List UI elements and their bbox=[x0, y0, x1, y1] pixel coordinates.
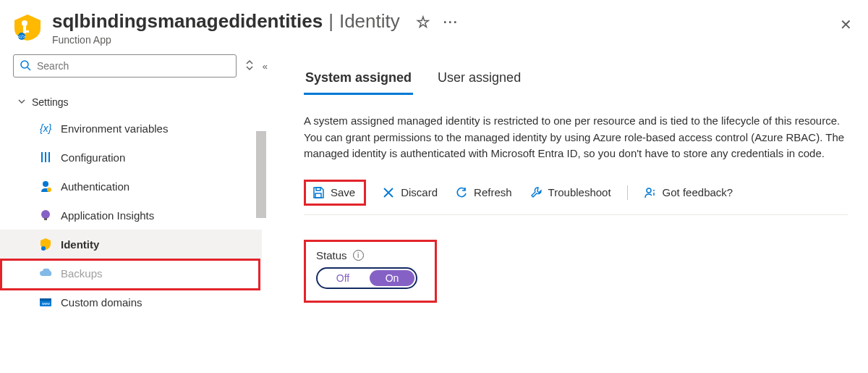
info-icon[interactable]: i bbox=[353, 250, 364, 261]
search-box[interactable] bbox=[13, 54, 237, 77]
toolbar-separator bbox=[627, 185, 628, 200]
variables-icon: {x} bbox=[39, 122, 52, 135]
troubleshoot-label: Troubleshoot bbox=[548, 186, 611, 198]
domain-icon: www bbox=[39, 296, 52, 309]
svg-rect-20 bbox=[315, 193, 321, 198]
expand-collapse-icon[interactable] bbox=[245, 59, 254, 73]
sliders-icon bbox=[39, 151, 52, 164]
svg-rect-14 bbox=[44, 218, 47, 220]
section-name: Identity bbox=[339, 10, 400, 33]
svg-point-5 bbox=[21, 61, 28, 68]
highlight-box: Save bbox=[304, 180, 366, 206]
svg-rect-2 bbox=[23, 30, 29, 33]
svg-point-11 bbox=[43, 181, 48, 187]
sidebar-item-custom-domains[interactable]: www Custom domains bbox=[13, 288, 266, 317]
sidebar-item-label: Configuration bbox=[61, 151, 125, 164]
discard-x-icon bbox=[382, 186, 395, 199]
highlight-box: Status i Off On bbox=[304, 240, 437, 303]
discard-label: Discard bbox=[401, 186, 438, 198]
feedback-person-icon bbox=[644, 186, 657, 199]
page-title: sqlbindingsmanagedidentities | Identity … bbox=[52, 10, 855, 33]
svg-text:</>: </> bbox=[18, 34, 25, 39]
favorite-star-icon[interactable]: ☆ bbox=[416, 13, 430, 32]
sidebar-item-label: Environment variables bbox=[61, 122, 168, 135]
resource-name: sqlbindingsmanagedidentities bbox=[52, 10, 323, 33]
feedback-label: Got feedback? bbox=[663, 186, 733, 198]
sidebar-item-label: Backups bbox=[61, 267, 103, 280]
chevron-down-icon bbox=[17, 97, 26, 108]
nav-group-label: Settings bbox=[32, 96, 69, 108]
sidebar-item-label: Custom domains bbox=[61, 296, 142, 309]
sidebar-item-environment-variables[interactable]: {x} Environment variables bbox=[13, 114, 266, 143]
cloud-icon bbox=[39, 267, 52, 280]
tab-system-assigned[interactable]: System assigned bbox=[304, 66, 413, 95]
key-shield-icon bbox=[39, 238, 52, 251]
svg-rect-8 bbox=[41, 152, 43, 162]
svg-rect-19 bbox=[316, 188, 320, 190]
resource-type-label: Function App bbox=[52, 34, 855, 46]
close-icon[interactable]: ✕ bbox=[840, 16, 852, 33]
sidebar-item-backups[interactable]: Backups bbox=[13, 259, 266, 288]
svg-point-15 bbox=[41, 246, 46, 251]
toolbar: Save Discard Refresh Troubleshoot Got fe… bbox=[304, 180, 848, 215]
status-label: Status bbox=[316, 249, 347, 261]
feedback-button[interactable]: Got feedback? bbox=[642, 183, 735, 202]
sidebar-item-label: Application Insights bbox=[61, 209, 154, 222]
search-input[interactable] bbox=[37, 60, 230, 72]
save-icon bbox=[312, 186, 325, 199]
status-toggle[interactable]: Off On bbox=[316, 267, 417, 289]
discard-button[interactable]: Discard bbox=[380, 183, 439, 202]
save-label: Save bbox=[331, 186, 355, 198]
wrench-icon bbox=[529, 186, 542, 199]
troubleshoot-button[interactable]: Troubleshoot bbox=[528, 183, 613, 202]
more-actions-icon[interactable]: ··· bbox=[443, 15, 459, 30]
sidebar-item-configuration[interactable]: Configuration bbox=[13, 143, 266, 172]
lightbulb-icon bbox=[39, 209, 52, 222]
resource-key-icon: </> bbox=[13, 13, 42, 42]
svg-rect-9 bbox=[45, 152, 46, 162]
refresh-icon bbox=[455, 186, 468, 199]
svg-rect-17 bbox=[40, 298, 51, 301]
scrollbar-thumb[interactable] bbox=[256, 131, 266, 218]
toggle-off[interactable]: Off bbox=[318, 269, 368, 288]
person-key-icon bbox=[39, 180, 52, 193]
tab-strip: System assigned User assigned bbox=[304, 66, 848, 96]
svg-text:www: www bbox=[42, 301, 50, 306]
svg-point-13 bbox=[41, 210, 50, 219]
svg-point-22 bbox=[653, 190, 655, 191]
sidebar: « Settings {x} Environment variables Con… bbox=[0, 51, 266, 371]
sidebar-item-label: Identity bbox=[61, 238, 99, 251]
sidebar-item-application-insights[interactable]: Application Insights bbox=[13, 201, 266, 230]
toggle-on[interactable]: On bbox=[370, 270, 414, 286]
collapse-sidebar-icon[interactable]: « bbox=[263, 61, 266, 72]
nav-group-settings[interactable]: Settings bbox=[13, 91, 266, 114]
svg-point-21 bbox=[647, 188, 651, 193]
svg-rect-10 bbox=[48, 152, 50, 162]
sidebar-item-authentication[interactable]: Authentication bbox=[13, 172, 266, 201]
refresh-button[interactable]: Refresh bbox=[454, 183, 514, 202]
tab-user-assigned[interactable]: User assigned bbox=[436, 66, 522, 95]
svg-point-12 bbox=[47, 188, 51, 192]
search-icon bbox=[20, 59, 31, 73]
identity-description: A system assigned managed identity is re… bbox=[304, 113, 846, 162]
save-button[interactable]: Save bbox=[312, 186, 355, 199]
svg-line-6 bbox=[27, 67, 30, 70]
refresh-label: Refresh bbox=[474, 186, 512, 198]
sidebar-item-identity[interactable]: Identity bbox=[0, 230, 262, 259]
svg-text:{x}: {x} bbox=[40, 122, 52, 134]
sidebar-item-label: Authentication bbox=[61, 180, 129, 193]
title-separator: | bbox=[328, 10, 333, 33]
main-content: System assigned User assigned A system a… bbox=[266, 51, 868, 371]
